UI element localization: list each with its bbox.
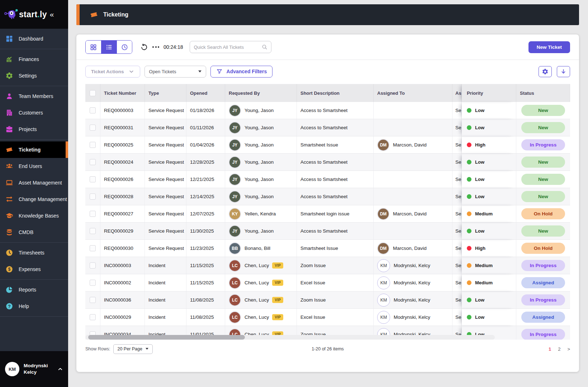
- cell-priority: Low: [462, 102, 516, 119]
- grid-view-button[interactable]: [86, 41, 101, 53]
- cell-select: [85, 292, 100, 308]
- column-header-opened[interactable]: Opened: [186, 84, 225, 102]
- more-options-icon[interactable]: [152, 46, 159, 48]
- sidebar-item-ticketing[interactable]: Ticketing: [0, 141, 68, 158]
- user-name: Modrynski Kelcy: [24, 363, 53, 375]
- column-header-requested_by[interactable]: Requested By: [225, 84, 297, 102]
- table-row[interactable]: REQ0000025Service Request01/04/2026JYYou…: [85, 136, 570, 154]
- cell-requested-by: KYYellen, Kendra: [225, 205, 297, 222]
- column-header-label: Type: [148, 90, 159, 96]
- status-badge: New: [521, 105, 565, 116]
- search-input[interactable]: [194, 45, 261, 50]
- table-row[interactable]: INC0000003Incident11/15/2025LCChen, Lucy…: [85, 257, 570, 274]
- column-header-assigned_to[interactable]: Assigned To: [374, 84, 452, 102]
- export-button[interactable]: [557, 66, 570, 77]
- table-row[interactable]: REQ0000028Service Request12/14/2025JYYou…: [85, 188, 570, 205]
- horizontal-scrollbar[interactable]: [85, 335, 495, 340]
- sidebar-item-team-members[interactable]: Team Members: [0, 88, 68, 104]
- table-row[interactable]: REQ0000029Service Request11/30/2025JYYou…: [85, 223, 570, 240]
- priority-label: Low: [475, 177, 484, 182]
- column-header-ticket_number[interactable]: Ticket Number: [100, 84, 145, 102]
- sidebar-item-reports[interactable]: Reports: [0, 281, 68, 298]
- sidebar-item-change-management[interactable]: Change Management: [0, 191, 68, 208]
- sidebar-item-knowledge-bases[interactable]: Knowledge Bases: [0, 208, 68, 224]
- cell-priority: Low: [462, 292, 516, 308]
- requester-name: Young, Jason: [245, 194, 274, 199]
- sidebar-item-expenses[interactable]: $Expenses: [0, 261, 68, 278]
- table-row[interactable]: REQ0000003Service Request01/18/2026JYYou…: [85, 102, 570, 119]
- page-number-2[interactable]: 2: [558, 346, 560, 352]
- cell-opened: 01/04/2026: [186, 136, 225, 153]
- table-row[interactable]: REQ0000030Service Request11/23/2025BBBon…: [85, 240, 570, 257]
- cell-short-description: Smartsheet Issue: [297, 136, 374, 153]
- table-row[interactable]: INC0000029Incident11/08/2025LCChen, Lucy…: [85, 309, 570, 326]
- row-checkbox[interactable]: [90, 159, 96, 165]
- open-tickets-select[interactable]: Open Tickets: [144, 66, 206, 78]
- priority-label: Low: [475, 108, 484, 113]
- sidebar-item-asset-management[interactable]: Asset Management: [0, 174, 68, 191]
- table-row[interactable]: INC0000036Incident11/08/2025LCChen, Lucy…: [85, 292, 570, 309]
- column-header-select[interactable]: [85, 84, 100, 102]
- column-header-priority[interactable]: Priority: [462, 84, 516, 102]
- table-row[interactable]: REQ0000027Service Request12/07/2025KYYel…: [85, 205, 570, 223]
- row-checkbox[interactable]: [90, 125, 96, 131]
- nav-section: FinancesSettings: [0, 49, 68, 86]
- sidebar-collapse-icon[interactable]: «: [50, 10, 54, 19]
- column-header-assignment_group[interactable]: Assignment Group: [452, 84, 462, 102]
- table-row[interactable]: REQ0000031Service Request01/11/2026JYYou…: [85, 119, 570, 136]
- sidebar-item-finances[interactable]: Finances: [0, 51, 68, 67]
- brand-name: start.ly: [19, 10, 47, 19]
- horizontal-scrollbar-thumb[interactable]: [88, 335, 245, 340]
- sidebar-item-end-users[interactable]: End Users: [0, 158, 68, 174]
- row-checkbox[interactable]: [90, 228, 96, 234]
- assignee-name: Modrynski, Kelcy: [394, 314, 430, 320]
- refresh-icon[interactable]: [140, 43, 148, 51]
- column-header-status[interactable]: Status: [516, 84, 570, 102]
- ticket-actions-button[interactable]: Ticket Actions: [85, 66, 140, 78]
- row-checkbox[interactable]: [90, 142, 96, 148]
- sidebar-item-customers[interactable]: Customers: [0, 104, 68, 121]
- select-all-checkbox[interactable]: [90, 90, 96, 96]
- page-number-1[interactable]: 1: [549, 346, 551, 352]
- change-management-icon: [5, 195, 13, 203]
- cell-select: [85, 240, 100, 257]
- cell-short-description: Access to Smartsheet: [297, 188, 374, 205]
- cell-opened: 11/08/2025: [186, 292, 225, 308]
- row-checkbox[interactable]: [90, 107, 96, 113]
- row-checkbox[interactable]: [90, 245, 96, 251]
- timeline-view-button[interactable]: [117, 41, 132, 53]
- row-checkbox[interactable]: [90, 297, 96, 303]
- type-value: Service Request: [148, 211, 184, 216]
- opened-value: 01/11/2026: [190, 125, 214, 130]
- row-checkbox[interactable]: [90, 314, 96, 320]
- row-checkbox[interactable]: [90, 211, 96, 217]
- sidebar-item-dashboard[interactable]: Dashboard: [0, 31, 68, 47]
- type-value: Service Request: [148, 125, 184, 130]
- cell-priority: High: [462, 240, 516, 257]
- user-menu[interactable]: KM Modrynski Kelcy: [0, 351, 68, 387]
- cell-priority: Medium: [462, 274, 516, 291]
- new-ticket-button[interactable]: New Ticket: [528, 41, 570, 53]
- table-row[interactable]: REQ0000026Service Request12/21/2025JYYou…: [85, 171, 570, 188]
- search-icon[interactable]: [261, 44, 268, 50]
- sidebar-item-timesheets[interactable]: Timesheets: [0, 244, 68, 261]
- table-settings-button[interactable]: [539, 66, 552, 77]
- sidebar-item-help[interactable]: ?Help: [0, 298, 68, 314]
- cell-status: New: [516, 171, 570, 188]
- sidebar-item-settings[interactable]: Settings: [0, 67, 68, 84]
- column-header-short_description[interactable]: Short Description: [297, 84, 374, 102]
- next-page-button[interactable]: >: [567, 346, 570, 352]
- row-checkbox[interactable]: [90, 262, 96, 269]
- page-header: Ticketing: [76, 4, 579, 25]
- sidebar-item-projects[interactable]: Projects: [0, 121, 68, 137]
- row-checkbox[interactable]: [90, 194, 96, 200]
- sidebar-item-cmdb[interactable]: CMDB: [0, 224, 68, 241]
- table-row[interactable]: INC0000002Incident11/15/2025LCChen, Lucy…: [85, 274, 570, 292]
- row-checkbox[interactable]: [90, 176, 96, 182]
- table-row[interactable]: REQ0000024Service Request12/28/2025JYYou…: [85, 154, 570, 171]
- row-checkbox[interactable]: [90, 280, 96, 286]
- list-view-button[interactable]: [101, 41, 117, 53]
- advanced-filters-button[interactable]: Advanced Filters: [210, 66, 273, 78]
- column-header-type[interactable]: Type: [145, 84, 186, 102]
- chevron-up-icon[interactable]: [57, 366, 63, 372]
